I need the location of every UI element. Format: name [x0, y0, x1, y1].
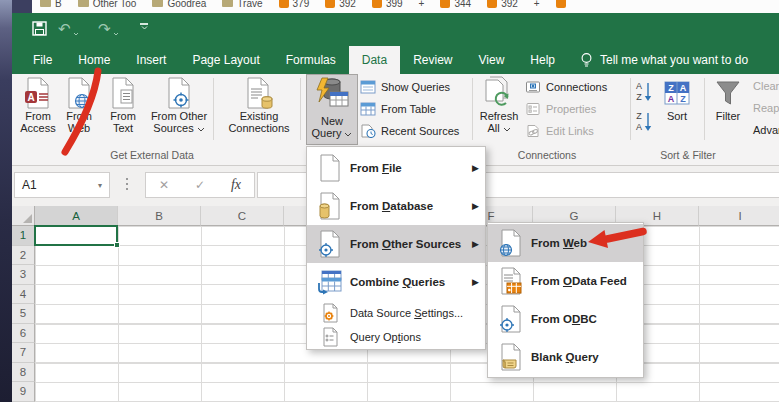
row-header[interactable]: 9: [12, 382, 35, 402]
group-label-get-external-data: Get External Data: [52, 149, 252, 161]
cancel-button[interactable]: ✕: [159, 178, 169, 192]
ribbon-tab[interactable]: Home: [65, 46, 123, 74]
ribbon-tab[interactable]: Formulas: [273, 46, 349, 74]
ribbon-big-button[interactable]: A From Access: [16, 76, 60, 134]
ribbon-tab[interactable]: Help: [517, 46, 568, 74]
bookmark-item[interactable]: 399: [372, 0, 403, 9]
bookmark-item[interactable]: Goodrea: [152, 0, 206, 9]
desktop-background-corner: [12, 0, 32, 13]
ribbon-small-button[interactable]: Clear: [748, 76, 779, 96]
submenu-item[interactable]: From ODBC: [488, 300, 643, 338]
from-odbc-icon: [499, 305, 523, 333]
column-header[interactable]: C: [201, 206, 284, 226]
ribbon-tab[interactable]: Page Layout: [179, 46, 272, 74]
ribbon-small-button[interactable]: Recent Sources: [360, 122, 459, 140]
sort-descending-button[interactable]: ZA: [634, 110, 654, 134]
save-button[interactable]: [32, 21, 47, 36]
ribbon-big-button[interactable]: From Web: [60, 76, 98, 134]
selected-cell-a1[interactable]: [34, 225, 118, 246]
fill-handle[interactable]: [114, 242, 120, 248]
bookmark-item[interactable]: +: [534, 0, 540, 9]
enter-button[interactable]: ✓: [195, 178, 205, 192]
select-all-triangle-icon: [23, 214, 32, 223]
ribbon-small-button[interactable]: Properties: [525, 100, 607, 118]
menu-item[interactable]: Combine Queries ▶: [307, 263, 485, 301]
submenu-item[interactable]: Blank Query: [488, 338, 643, 376]
row-header[interactable]: 7: [12, 343, 35, 363]
ribbon-big-button[interactable]: From Other Sources: [146, 76, 212, 134]
bookmark-item[interactable]: [556, 0, 570, 8]
bookmark-item[interactable]: 392: [487, 0, 518, 9]
bookmark-item[interactable]: 379: [279, 0, 310, 9]
bookmark-item[interactable]: Trave: [222, 0, 262, 9]
insert-function-button[interactable]: fx: [231, 177, 241, 193]
from-web-icon: [499, 229, 523, 257]
chevron-down-icon: [73, 32, 79, 36]
refresh-all-button[interactable]: Refresh All: [476, 76, 522, 134]
query-options-icon: [321, 327, 339, 347]
name-box[interactable]: A1 ▾: [14, 172, 110, 198]
browser-bookmarks-bar: B Other Too Goodrea Trave 379 392: [32, 0, 779, 13]
from-access-icon: A: [23, 77, 53, 109]
menu-item[interactable]: From Other Sources ▶: [307, 225, 485, 263]
bookmark-folder-icon: [78, 0, 89, 7]
select-all-corner[interactable]: [12, 206, 35, 226]
ribbon-small-button[interactable]: Reapply: [748, 98, 779, 118]
svg-text:A: A: [680, 83, 687, 93]
row-header[interactable]: 4: [12, 285, 35, 305]
submenu-arrow-icon: ▶: [472, 277, 479, 287]
row-header[interactable]: 5: [12, 304, 35, 324]
bookmark-item[interactable]: 392: [325, 0, 356, 9]
ribbon-big-button[interactable]: From Text: [100, 76, 146, 134]
column-header[interactable]: I: [699, 206, 779, 226]
desktop-background: [0, 0, 12, 402]
ribbon-tab[interactable]: Data: [349, 46, 400, 74]
bookmark-label: 392: [501, 0, 518, 9]
submenu-item[interactable]: From OData Feed: [488, 262, 643, 300]
row-header[interactable]: 8: [12, 363, 35, 383]
menu-item[interactable]: Data Source Settings...: [307, 301, 485, 325]
bookmark-label: B: [55, 0, 62, 9]
ribbon-small-button[interactable]: Edit Links: [525, 122, 607, 140]
submenu-item[interactable]: From Web: [488, 224, 643, 262]
row-header[interactable]: 2: [12, 246, 35, 266]
ribbon-small-button[interactable]: Advanced: [748, 120, 779, 140]
ribbon-small-button[interactable]: Connections: [525, 78, 607, 96]
menu-item[interactable]: From File ▶: [307, 149, 485, 187]
ribbon-tab[interactable]: View: [466, 46, 518, 74]
sort-button[interactable]: ZAAZ Sort: [658, 76, 696, 122]
row-header[interactable]: 1: [12, 226, 35, 246]
menu-item[interactable]: Query Options: [307, 325, 485, 349]
row-header[interactable]: 6: [12, 324, 35, 344]
redo-icon: ↷: [98, 21, 111, 36]
ribbon-small-button[interactable]: From Table: [360, 100, 459, 118]
bookmark-favicon: [325, 0, 335, 8]
edit-links-icon: [525, 124, 541, 138]
bookmark-item[interactable]: Other Too: [78, 0, 137, 9]
row-header[interactable]: 3: [12, 265, 35, 285]
existing-connections-button[interactable]: Existing Connections: [218, 76, 300, 134]
customize-quick-access-toolbar-button[interactable]: [140, 23, 148, 30]
new-query-button[interactable]: New Query: [306, 74, 358, 145]
undo-icon: ↶: [58, 21, 71, 36]
formula-bar-drag-handle[interactable]: [126, 178, 128, 193]
ribbon-tab[interactable]: File: [20, 46, 65, 74]
tell-me-box[interactable]: Tell me what you want to do: [580, 46, 748, 74]
menu-item[interactable]: From Database ▶: [307, 187, 485, 225]
bookmark-item[interactable]: 344: [440, 0, 471, 9]
ribbon-tab[interactable]: Review: [400, 46, 465, 74]
filter-button[interactable]: Filter: [710, 76, 746, 122]
sort-ascending-button[interactable]: AZ: [634, 80, 654, 104]
ribbon-tab[interactable]: Insert: [123, 46, 179, 74]
column-header[interactable]: A: [35, 206, 118, 226]
ribbon-small-button[interactable]: Show Queries: [360, 78, 459, 96]
properties-icon: [525, 102, 541, 116]
bookmark-favicon: [487, 0, 497, 8]
redo-button[interactable]: ↷: [98, 21, 119, 36]
bookmark-item[interactable]: B: [40, 0, 62, 9]
connections-stack: Connections Properties Edit Links: [525, 78, 607, 140]
column-header[interactable]: B: [118, 206, 201, 226]
undo-button[interactable]: ↶: [58, 21, 79, 36]
name-box-dropdown-icon[interactable]: ▾: [98, 181, 109, 190]
bookmark-item[interactable]: +: [419, 0, 425, 9]
